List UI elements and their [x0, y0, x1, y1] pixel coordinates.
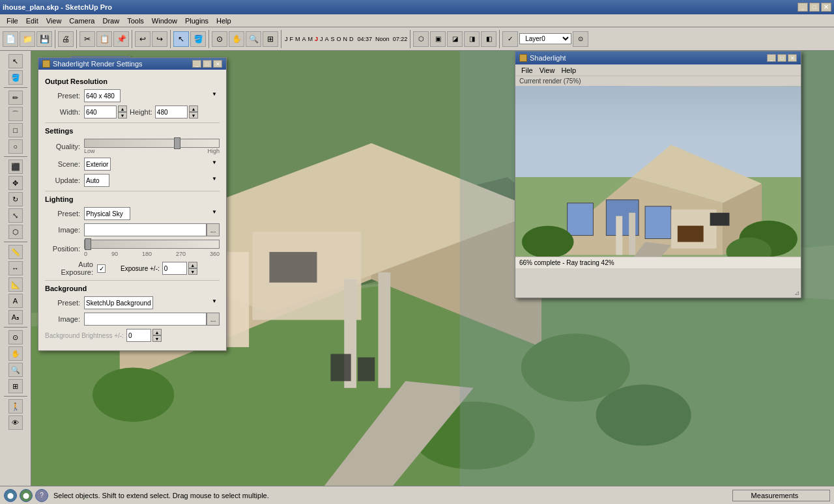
- zoom-extent-icon[interactable]: ⊞: [263, 31, 278, 47]
- scale-tool-icon[interactable]: ⤡: [8, 208, 23, 223]
- view-front-icon[interactable]: ▣: [430, 31, 446, 47]
- status-icon-1[interactable]: ⬤: [4, 489, 17, 502]
- menu-draw[interactable]: Draw: [98, 14, 123, 27]
- month-feb[interactable]: F: [289, 36, 295, 42]
- shape-tool-icon[interactable]: □: [8, 123, 23, 137]
- month-jul[interactable]: J: [319, 36, 324, 42]
- menu-camera[interactable]: Camera: [65, 14, 98, 27]
- render-window-close-button[interactable]: ✕: [788, 54, 797, 62]
- arc-tool-icon[interactable]: ⌒: [8, 107, 23, 121]
- rs-close-button[interactable]: ✕: [213, 60, 222, 68]
- select-icon[interactable]: ↖: [173, 31, 189, 47]
- rs-minimize-button[interactable]: _: [192, 60, 201, 68]
- exposure-down-button[interactable]: ▼: [188, 268, 197, 275]
- scene-select[interactable]: Exterior Interior: [84, 158, 111, 171]
- view-back-icon[interactable]: ◪: [447, 31, 463, 47]
- view-cube-icon[interactable]: ⬡: [413, 31, 429, 47]
- exposure-up-button[interactable]: ▲: [188, 262, 197, 268]
- layer-check-icon[interactable]: ✓: [502, 31, 518, 47]
- undo-icon[interactable]: ↩: [135, 31, 151, 47]
- help-icon[interactable]: ?: [35, 489, 48, 502]
- tape-measure-icon[interactable]: 📏: [8, 245, 23, 259]
- close-button[interactable]: ✕: [821, 3, 831, 12]
- rw-menu-view[interactable]: View: [536, 66, 558, 74]
- month-jun[interactable]: J: [314, 36, 319, 42]
- month-sep[interactable]: S: [330, 36, 336, 42]
- rotate-tool-icon[interactable]: ↻: [8, 192, 23, 206]
- lighting-browse-button[interactable]: ...: [207, 223, 220, 236]
- new-icon[interactable]: 📄: [3, 31, 18, 47]
- circle-tool-icon[interactable]: ○: [8, 139, 23, 154]
- menu-file[interactable]: File: [3, 14, 22, 27]
- update-select[interactable]: Auto Manual: [84, 174, 109, 187]
- layer-select[interactable]: Layer0: [519, 33, 571, 44]
- preset-select[interactable]: 640 x 480 800 x 600 1024 x 768: [84, 89, 121, 102]
- save-icon[interactable]: 💾: [36, 31, 52, 47]
- lighting-image-input[interactable]: [84, 223, 207, 236]
- text-tool-icon[interactable]: A: [8, 294, 23, 308]
- rs-maximize-button[interactable]: □: [203, 60, 212, 68]
- month-aug[interactable]: A: [324, 36, 330, 42]
- bg-image-input[interactable]: [84, 313, 207, 326]
- orbit-icon[interactable]: ⊙: [212, 31, 227, 47]
- bg-brightness-input[interactable]: [126, 329, 151, 342]
- pencil-tool-icon[interactable]: ✏: [8, 91, 23, 105]
- month-oct[interactable]: O: [336, 36, 342, 42]
- menu-tools[interactable]: Tools: [123, 14, 148, 27]
- exposure-spinner[interactable]: ▲ ▼: [188, 262, 197, 275]
- render-window-buttons[interactable]: _ □ ✕: [767, 54, 797, 62]
- height-up-button[interactable]: ▲: [189, 105, 198, 112]
- paste-icon[interactable]: 📌: [113, 31, 129, 47]
- viewport[interactable]: Shaderlight ✕ ▶ ⏹ ⚙ Shaderlight Render S…: [31, 51, 834, 486]
- move-tool-icon[interactable]: ✥: [8, 176, 23, 190]
- height-spinner[interactable]: ▲ ▼: [189, 105, 198, 119]
- layer-detail-icon[interactable]: ⊙: [573, 31, 588, 47]
- 3d-text-icon[interactable]: A₃: [8, 310, 23, 324]
- quality-slider[interactable]: [84, 139, 220, 148]
- maximize-button[interactable]: □: [809, 3, 820, 12]
- pan-nav-icon[interactable]: ✋: [8, 346, 23, 361]
- render-window-resize-handle[interactable]: ⊿: [794, 289, 799, 296]
- cut-icon[interactable]: ✂: [79, 31, 95, 47]
- bg-browse-button[interactable]: ...: [207, 313, 220, 326]
- month-apr[interactable]: A: [302, 36, 307, 42]
- orbit-nav-icon[interactable]: ⊙: [8, 330, 23, 344]
- look-around-icon[interactable]: 👁: [8, 415, 23, 430]
- push-pull-icon[interactable]: ⬛: [8, 160, 23, 174]
- menu-help[interactable]: Help: [212, 14, 235, 27]
- render-window-maximize-button[interactable]: □: [777, 54, 786, 62]
- rw-menu-help[interactable]: Help: [558, 66, 579, 74]
- menu-window[interactable]: Window: [148, 14, 181, 27]
- render-settings-window-buttons[interactable]: _ □ ✕: [192, 60, 222, 68]
- minimize-button[interactable]: _: [798, 3, 808, 12]
- zoom-nav-icon[interactable]: 🔍: [8, 363, 23, 377]
- bg-brightness-down-button[interactable]: ▼: [152, 335, 162, 342]
- height-input[interactable]: [155, 105, 188, 119]
- rw-menu-file[interactable]: File: [518, 66, 536, 74]
- paint-icon[interactable]: 🪣: [190, 31, 206, 47]
- bg-brightness-up-button[interactable]: ▲: [152, 329, 162, 335]
- render-window-minimize-button[interactable]: _: [767, 54, 776, 62]
- width-up-button[interactable]: ▲: [118, 105, 127, 112]
- month-mar[interactable]: M: [295, 36, 301, 42]
- position-slider[interactable]: [84, 240, 220, 249]
- width-down-button[interactable]: ▼: [118, 112, 127, 119]
- paint-tool-icon[interactable]: 🪣: [8, 70, 23, 85]
- zoom-icon[interactable]: 🔍: [246, 31, 261, 47]
- view-right-icon[interactable]: ◧: [481, 31, 496, 47]
- open-icon[interactable]: 📁: [20, 31, 35, 47]
- menu-plugins[interactable]: Plugins: [181, 14, 212, 27]
- menu-edit[interactable]: Edit: [22, 14, 42, 27]
- protractor-icon[interactable]: 📐: [8, 277, 23, 292]
- height-down-button[interactable]: ▼: [189, 112, 198, 119]
- bg-brightness-spinner[interactable]: ▲ ▼: [152, 329, 162, 342]
- copy-icon[interactable]: 📋: [96, 31, 112, 47]
- print-icon[interactable]: 🖨: [58, 31, 74, 47]
- menu-view[interactable]: View: [42, 14, 66, 27]
- redo-icon[interactable]: ↪: [152, 31, 167, 47]
- dimension-icon[interactable]: ↔: [8, 261, 23, 275]
- month-nov[interactable]: N: [343, 36, 349, 42]
- width-input[interactable]: [84, 105, 117, 119]
- month-dec[interactable]: D: [349, 36, 354, 42]
- select-tool-icon[interactable]: ↖: [8, 54, 23, 68]
